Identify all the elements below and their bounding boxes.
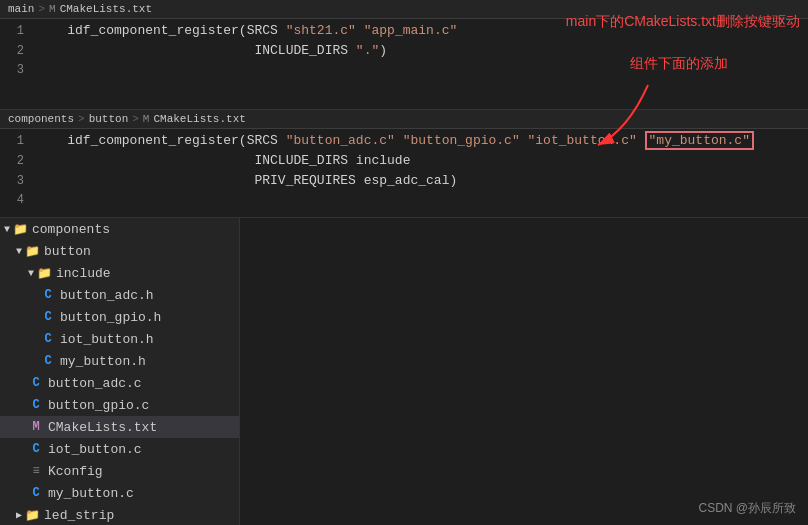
code-line: 1 idf_component_register(SRCS "sht21.c" …: [0, 23, 808, 43]
chevron-icon: ▼: [4, 224, 10, 235]
c-icon: C: [40, 332, 56, 346]
panel2: components > button > M CMakeLists.txt 1…: [0, 110, 808, 218]
panel2-breadcrumb: components > button > M CMakeLists.txt: [0, 110, 808, 129]
folder-icon: 📁: [24, 508, 40, 523]
tree-label: my_button.h: [60, 354, 146, 369]
breadcrumb-main: main: [8, 3, 34, 15]
tree-label: my_button.c: [48, 486, 134, 501]
sep1: >: [78, 113, 85, 125]
line-number: 2: [0, 44, 36, 58]
line-content: INCLUDE_DIRS include: [36, 153, 808, 168]
tree-label: iot_button.c: [48, 442, 142, 457]
tree-item-iot-button-h[interactable]: C iot_button.h: [0, 328, 239, 350]
code-line: 2 INCLUDE_DIRS "."): [0, 43, 808, 63]
panel1: main > M CMakeLists.txt 1 idf_component_…: [0, 0, 808, 110]
c-icon: C: [40, 354, 56, 368]
c-icon: C: [28, 376, 44, 390]
line-content: idf_component_register(SRCS "sht21.c" "a…: [36, 23, 808, 38]
c-icon: C: [28, 398, 44, 412]
tree-label: led_strip: [44, 508, 114, 523]
breadcrumb-components: components: [8, 113, 74, 125]
line-number: 3: [0, 174, 36, 188]
m-icon-2: M: [143, 113, 150, 125]
tree-item-cmakelists[interactable]: M CMakeLists.txt: [0, 416, 239, 438]
tree-label: button: [44, 244, 91, 259]
line-number: 1: [0, 134, 36, 148]
tree-item-iot-button-c[interactable]: C iot_button.c: [0, 438, 239, 460]
code-line: 3: [0, 63, 808, 83]
tree-item-my-button-c[interactable]: C my_button.c: [0, 482, 239, 504]
line-number: 4: [0, 193, 36, 207]
m-icon-1: M: [49, 3, 56, 15]
panel1-breadcrumb: main > M CMakeLists.txt: [0, 0, 808, 19]
tree-label: CMakeLists.txt: [48, 420, 157, 435]
tree-label: iot_button.h: [60, 332, 154, 347]
breadcrumb-file1: CMakeLists.txt: [60, 3, 152, 15]
tree-item-my-button-h[interactable]: C my_button.h: [0, 350, 239, 372]
chevron-icon: ▼: [16, 246, 22, 257]
tree-item-led-strip[interactable]: ▶ 📁 led_strip: [0, 504, 239, 525]
line-number: 2: [0, 154, 36, 168]
folder-icon: 📁: [12, 222, 28, 237]
tree-item-button-gpio-c[interactable]: C button_gpio.c: [0, 394, 239, 416]
tree-item-button[interactable]: ▼ 📁 button: [0, 240, 239, 262]
code-line: 2 INCLUDE_DIRS include: [0, 153, 808, 173]
watermark-text: CSDN @孙辰所致: [698, 501, 796, 515]
c-icon: C: [40, 310, 56, 324]
folder-icon: 📁: [24, 244, 40, 259]
tree-item-kconfig[interactable]: ≡ Kconfig: [0, 460, 239, 482]
line-content: idf_component_register(SRCS "button_adc.…: [36, 133, 808, 148]
tree-item-button-gpio-h[interactable]: C button_gpio.h: [0, 306, 239, 328]
tree-label: button_gpio.h: [60, 310, 161, 325]
k-icon: ≡: [28, 464, 44, 478]
code-line: 1 idf_component_register(SRCS "button_ad…: [0, 133, 808, 153]
tree-label: Kconfig: [48, 464, 103, 479]
panel1-body: 1 idf_component_register(SRCS "sht21.c" …: [0, 19, 808, 87]
sep2: >: [132, 113, 139, 125]
c-icon: C: [40, 288, 56, 302]
c-icon: C: [28, 442, 44, 456]
tree-item-button-adc-c[interactable]: C button_adc.c: [0, 372, 239, 394]
folder-icon: 📁: [36, 266, 52, 281]
line-number: 1: [0, 24, 36, 38]
breadcrumb-file2: CMakeLists.txt: [153, 113, 245, 125]
tree-label: button_adc.h: [60, 288, 154, 303]
chevron-icon: ▶: [16, 509, 22, 521]
tree-label: button_gpio.c: [48, 398, 149, 413]
breadcrumb-sep1: >: [38, 3, 45, 15]
line-content: INCLUDE_DIRS "."): [36, 43, 808, 58]
tree-label: components: [32, 222, 110, 237]
c-icon: C: [28, 486, 44, 500]
file-tree-panel: ▼ 📁 components ▼ 📁 button ▼ 📁 include C …: [0, 218, 240, 525]
tree-item-components[interactable]: ▼ 📁 components: [0, 218, 239, 240]
chevron-icon: ▼: [28, 268, 34, 279]
code-line: 4: [0, 193, 808, 213]
line-content: PRIV_REQUIRES esp_adc_cal): [36, 173, 808, 188]
panel2-body: 1 idf_component_register(SRCS "button_ad…: [0, 129, 808, 217]
watermark: CSDN @孙辰所致: [698, 500, 796, 517]
tree-item-include[interactable]: ▼ 📁 include: [0, 262, 239, 284]
tree-label: button_adc.c: [48, 376, 142, 391]
line-number: 3: [0, 63, 36, 77]
code-line: 3 PRIV_REQUIRES esp_adc_cal): [0, 173, 808, 193]
breadcrumb-button: button: [89, 113, 129, 125]
tree-label: include: [56, 266, 111, 281]
m-icon: M: [28, 420, 44, 434]
tree-item-button-adc-h[interactable]: C button_adc.h: [0, 284, 239, 306]
